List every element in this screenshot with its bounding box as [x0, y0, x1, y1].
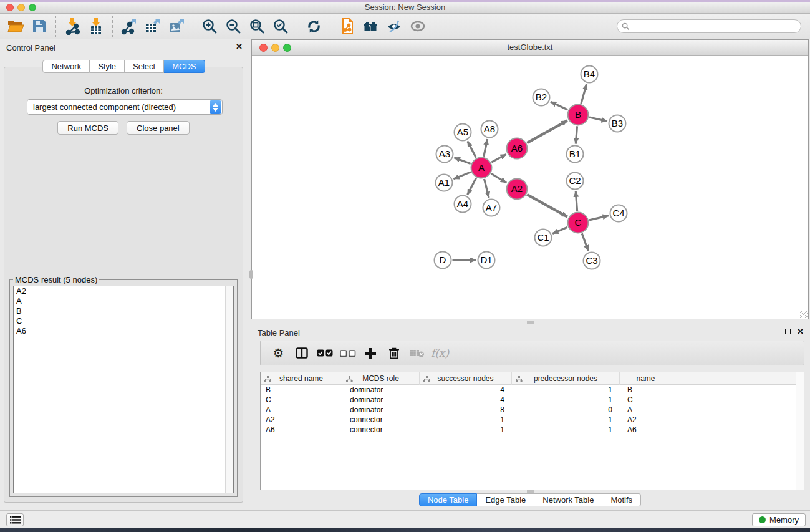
mcds-result-list[interactable]: A2ABCA6 — [13, 286, 234, 493]
table-row[interactable]: A6connector11A6 — [261, 425, 804, 435]
column-header-name[interactable]: name — [620, 372, 672, 385]
graph-node-C3[interactable]: C3 — [584, 253, 600, 269]
export-image-icon[interactable] — [165, 15, 188, 37]
float-table-panel-icon[interactable] — [785, 329, 791, 334]
graph-node-B2[interactable]: B2 — [533, 89, 550, 106]
edge-A-A3[interactable] — [454, 158, 470, 164]
table-tab-motifs[interactable]: Motifs — [602, 493, 641, 506]
graph-node-B1[interactable]: B1 — [567, 146, 584, 163]
edge-A-A5[interactable] — [468, 142, 476, 158]
export-table-icon[interactable] — [141, 15, 165, 37]
edge-A-A2[interactable] — [491, 173, 506, 183]
result-scrollbar[interactable] — [225, 286, 233, 493]
graph-node-D1[interactable]: D1 — [478, 252, 495, 269]
graph-node-A2[interactable]: A2 — [507, 179, 528, 200]
graph-node-B3[interactable]: B3 — [609, 115, 626, 132]
graph-node-B4[interactable]: B4 — [581, 66, 598, 83]
edge-C-C2[interactable] — [576, 191, 577, 211]
column-header-successor-nodes[interactable]: successor nodes — [420, 372, 512, 385]
edge-B-B2[interactable] — [551, 102, 567, 110]
table-tab-node-table[interactable]: Node Table — [419, 493, 478, 506]
graph-node-C1[interactable]: C1 — [535, 230, 552, 246]
edge-B-B1[interactable] — [576, 126, 577, 143]
deselect-all-icon[interactable] — [336, 342, 359, 364]
graph-node-C[interactable]: C — [568, 213, 589, 233]
resize-grip[interactable] — [800, 311, 808, 318]
edge-A-A6[interactable] — [491, 154, 506, 162]
search-input[interactable] — [630, 21, 801, 32]
hide-eye-icon[interactable] — [382, 15, 406, 37]
table-tab-edge-table[interactable]: Edge Table — [477, 493, 534, 506]
result-item[interactable]: A — [14, 296, 233, 306]
tab-network[interactable]: Network — [42, 60, 90, 73]
optimization-select[interactable]: largest connected component (directed) — [27, 99, 223, 115]
network-zoom-button[interactable] — [283, 44, 291, 52]
tab-select[interactable]: Select — [125, 60, 164, 73]
close-table-panel-icon[interactable]: ✕ — [797, 328, 804, 335]
table-scrollbar[interactable] — [796, 372, 804, 490]
tab-mcds[interactable]: MCDS — [164, 60, 205, 73]
delete-column-icon[interactable] — [382, 342, 405, 364]
edge-C-C1[interactable] — [552, 227, 567, 233]
zoom-out-icon[interactable] — [221, 15, 245, 37]
graph-node-B[interactable]: B — [568, 105, 589, 125]
run-mcds-button[interactable]: Run MCDS — [57, 121, 118, 135]
search-box[interactable] — [617, 19, 801, 33]
refresh-icon[interactable] — [302, 15, 325, 37]
result-item[interactable]: A6 — [14, 326, 233, 336]
graph-node-C4[interactable]: C4 — [610, 205, 627, 222]
result-item[interactable]: B — [14, 306, 233, 316]
table-row[interactable]: Adominator80A — [261, 405, 804, 415]
result-item[interactable]: C — [14, 316, 233, 326]
import-network-icon[interactable] — [60, 15, 84, 37]
network-close-button[interactable] — [259, 44, 268, 52]
edge-A6-B[interactable] — [527, 120, 567, 143]
zoom-fit-icon[interactable] — [245, 15, 269, 37]
import-table-icon[interactable] — [84, 15, 108, 37]
export-network-icon[interactable] — [117, 15, 141, 37]
network-horizontal-scrollbar[interactable] — [527, 321, 534, 324]
result-item[interactable]: A2 — [14, 286, 233, 296]
node-table[interactable]: shared nameMCDS rolesuccessor nodesprede… — [260, 372, 804, 490]
graph-node-D[interactable]: D — [435, 252, 451, 269]
split-column-icon[interactable] — [290, 342, 313, 364]
memory-button[interactable]: Memory — [752, 513, 806, 526]
zoom-selected-icon[interactable] — [269, 15, 292, 37]
select-all-icon[interactable] — [313, 342, 336, 364]
zoom-in-icon[interactable] — [198, 15, 221, 37]
edge-C-C3[interactable] — [582, 233, 588, 251]
clone-network-icon[interactable] — [335, 15, 359, 37]
add-column-icon[interactable] — [359, 342, 382, 364]
open-file-icon[interactable] — [4, 15, 27, 37]
graph-node-C2[interactable]: C2 — [567, 173, 584, 190]
task-history-button[interactable] — [6, 513, 24, 526]
gear-icon[interactable]: ⚙ — [267, 342, 290, 364]
table-row[interactable]: Cdominator41C — [261, 395, 804, 405]
column-header-MCDS-role[interactable]: MCDS role — [342, 372, 420, 385]
graph-node-A8[interactable]: A8 — [481, 121, 498, 138]
graph-node-A5[interactable]: A5 — [455, 124, 471, 141]
column-header-shared-name[interactable]: shared name — [261, 372, 342, 385]
edge-A-A1[interactable] — [453, 172, 471, 179]
edge-C-C4[interactable] — [589, 216, 609, 220]
graph-node-A4[interactable]: A4 — [455, 196, 471, 213]
show-eye-icon[interactable] — [406, 15, 430, 37]
network-minimize-button[interactable] — [271, 44, 279, 52]
home-icon[interactable] — [359, 15, 382, 37]
edge-B-B3[interactable] — [589, 117, 607, 121]
edge-A2-C[interactable] — [527, 195, 567, 217]
table-row[interactable]: Bdominator41B — [261, 385, 804, 395]
zoom-window-button[interactable] — [29, 4, 36, 11]
network-vertical-scrollbar[interactable] — [249, 270, 253, 279]
graph-node-A6[interactable]: A6 — [507, 138, 528, 159]
graph-node-A3[interactable]: A3 — [436, 146, 453, 163]
graph-node-A7[interactable]: A7 — [483, 200, 500, 216]
float-panel-icon[interactable] — [224, 44, 229, 49]
tab-style[interactable]: Style — [90, 60, 125, 73]
close-panel-icon[interactable]: ✕ — [236, 43, 243, 50]
graph-node-A1[interactable]: A1 — [436, 175, 453, 191]
minimize-window-button[interactable] — [17, 4, 25, 11]
close-panel-button[interactable]: Close panel — [127, 121, 190, 135]
edge-A-A4[interactable] — [468, 178, 476, 195]
graph-node-A[interactable]: A — [471, 158, 492, 178]
